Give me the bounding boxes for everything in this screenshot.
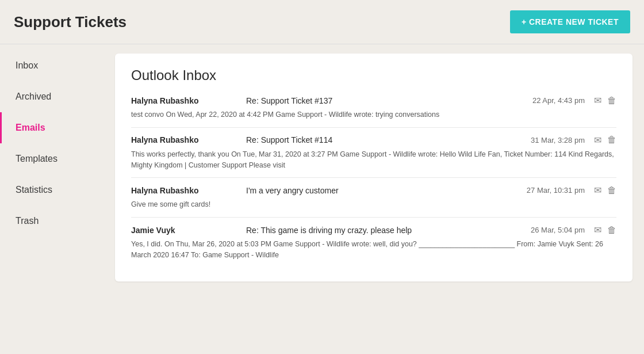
delete-icon[interactable]: 🗑 bbox=[607, 135, 616, 145]
sidebar: Inbox Archived Emails Templates Statisti… bbox=[0, 44, 103, 354]
email-header: Halyna Rubashko Re: Support Ticket #137 … bbox=[131, 95, 616, 106]
email-subject: Re: Support Ticket #114 bbox=[246, 135, 504, 144]
sidebar-item-statistics[interactable]: Statistics bbox=[0, 174, 103, 205]
panel-title: Outlook Inbox bbox=[131, 67, 616, 83]
email-list: Halyna Rubashko Re: Support Ticket #137 … bbox=[131, 95, 616, 268]
create-ticket-button[interactable]: + CREATE NEW TICKET bbox=[510, 10, 630, 33]
sidebar-item-inbox[interactable]: Inbox bbox=[0, 50, 103, 81]
delete-icon[interactable]: 🗑 bbox=[607, 96, 616, 106]
email-sender: Halyna Rubashko bbox=[131, 135, 235, 144]
delete-icon[interactable]: 🗑 bbox=[607, 225, 616, 235]
mail-icon[interactable]: ✉ bbox=[594, 224, 601, 235]
email-panel: Outlook Inbox Halyna Rubashko Re: Suppor… bbox=[115, 54, 632, 281]
email-row: Halyna Rubashko I'm a very angry custome… bbox=[131, 185, 616, 218]
mail-icon[interactable]: ✉ bbox=[594, 135, 601, 146]
email-actions: ✉ 🗑 bbox=[594, 95, 616, 106]
main-content: Outlook Inbox Halyna Rubashko Re: Suppor… bbox=[103, 44, 644, 354]
email-header: Halyna Rubashko I'm a very angry custome… bbox=[131, 185, 616, 196]
mail-icon[interactable]: ✉ bbox=[594, 95, 601, 106]
email-sender: Halyna Rubashko bbox=[131, 186, 235, 195]
body-layout: Inbox Archived Emails Templates Statisti… bbox=[0, 44, 644, 354]
sidebar-item-archived[interactable]: Archived bbox=[0, 81, 103, 112]
email-header: Jamie Vuyk Re: This game is driving my c… bbox=[131, 224, 616, 235]
delete-icon[interactable]: 🗑 bbox=[607, 185, 616, 196]
email-actions: ✉ 🗑 bbox=[594, 185, 616, 196]
email-date: 31 Mar, 3:28 pm bbox=[516, 136, 585, 144]
email-date: 26 Mar, 5:04 pm bbox=[516, 226, 585, 234]
email-row: Halyna Rubashko Re: Support Ticket #137 … bbox=[131, 95, 616, 128]
email-preview: Give me some gift cards! bbox=[131, 199, 616, 210]
email-preview: Yes, I did. On Thu, Mar 26, 2020 at 5:03… bbox=[131, 239, 616, 261]
email-row: Jamie Vuyk Re: This game is driving my c… bbox=[131, 224, 616, 268]
page-title: Support Tickets bbox=[14, 13, 126, 31]
email-preview: test convo On Wed, Apr 22, 2020 at 4:42 … bbox=[131, 109, 616, 120]
email-subject: I'm a very angry customer bbox=[246, 186, 504, 195]
email-date: 22 Apr, 4:43 pm bbox=[516, 96, 585, 105]
email-preview: This works perfectly, thank you On Tue, … bbox=[131, 149, 616, 171]
sidebar-item-emails[interactable]: Emails bbox=[0, 112, 103, 143]
email-row: Halyna Rubashko Re: Support Ticket #114 … bbox=[131, 135, 616, 178]
email-actions: ✉ 🗑 bbox=[594, 135, 616, 146]
sidebar-item-trash[interactable]: Trash bbox=[0, 205, 103, 237]
email-date: 27 Mar, 10:31 pm bbox=[516, 186, 585, 195]
email-subject: Re: Support Ticket #137 bbox=[246, 96, 504, 105]
email-sender: Jamie Vuyk bbox=[131, 226, 235, 235]
email-actions: ✉ 🗑 bbox=[594, 224, 616, 235]
email-header: Halyna Rubashko Re: Support Ticket #114 … bbox=[131, 135, 616, 146]
mail-icon[interactable]: ✉ bbox=[594, 185, 601, 196]
app-header: Support Tickets + CREATE NEW TICKET bbox=[0, 0, 644, 44]
sidebar-item-templates[interactable]: Templates bbox=[0, 143, 103, 174]
email-sender: Halyna Rubashko bbox=[131, 96, 235, 105]
email-subject: Re: This game is driving my crazy. pleas… bbox=[246, 226, 504, 235]
